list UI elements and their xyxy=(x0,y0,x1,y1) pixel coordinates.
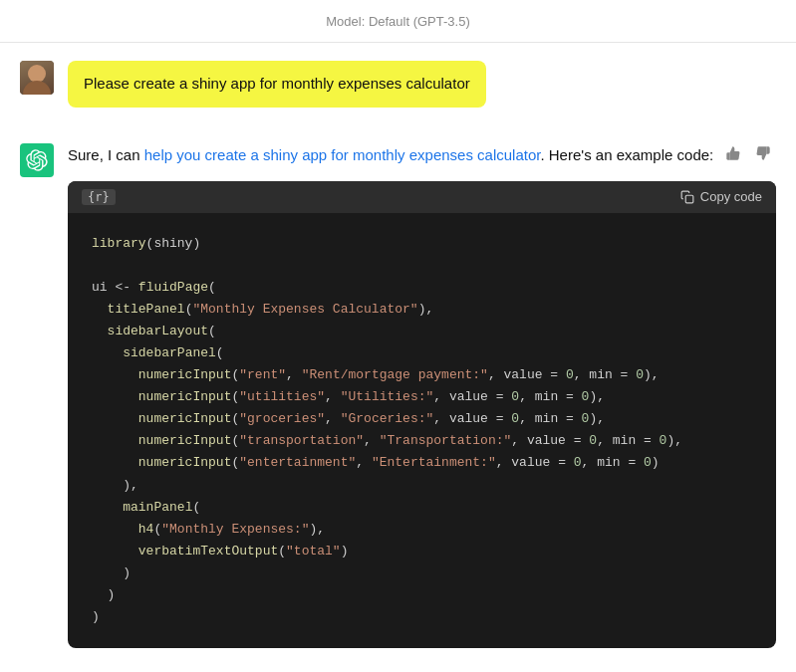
code-body: library(shiny) ui <- fluidPage( titlePan… xyxy=(68,213,776,649)
code-block: {r} Copy code library(shiny) ui <- fluid… xyxy=(68,181,776,649)
action-row: Sure, I can help you create a shiny app … xyxy=(68,143,776,181)
code-content: library(shiny) ui <- fluidPage( titlePan… xyxy=(92,233,752,629)
top-bar: Model: Default (GPT-3.5) xyxy=(0,0,796,43)
copy-code-label: Copy code xyxy=(700,189,762,204)
user-message-row: Please create a shiny app for monthly ex… xyxy=(20,43,776,125)
model-label: Model: Default (GPT-3.5) xyxy=(326,14,470,29)
assistant-content: Sure, I can help you create a shiny app … xyxy=(68,143,776,649)
copy-code-button[interactable]: Copy code xyxy=(680,189,762,204)
chat-container: Please create a shiny app for monthly ex… xyxy=(0,43,796,666)
copy-icon xyxy=(680,190,694,204)
user-message-text: Please create a shiny app for monthly ex… xyxy=(84,75,470,92)
thumbs-down-button[interactable] xyxy=(751,143,775,167)
openai-icon xyxy=(26,149,48,171)
intro-link: help you create a shiny app for monthly … xyxy=(144,146,541,163)
assistant-intro-text: Sure, I can help you create a shiny app … xyxy=(68,143,713,167)
svg-rect-0 xyxy=(685,195,693,203)
thumbs-container xyxy=(721,143,775,167)
intro-plain-after: . Here's an example code: xyxy=(540,146,713,163)
intro-plain-before: Sure, I can xyxy=(68,146,144,163)
assistant-avatar xyxy=(20,143,54,177)
code-lang-badge: {r} xyxy=(82,189,116,205)
user-avatar xyxy=(20,61,54,95)
thumbs-up-icon xyxy=(725,145,741,161)
code-header: {r} Copy code xyxy=(68,181,776,213)
user-bubble: Please create a shiny app for monthly ex… xyxy=(68,61,486,108)
assistant-message-row: Sure, I can help you create a shiny app … xyxy=(20,125,776,667)
thumbs-up-button[interactable] xyxy=(721,143,745,167)
thumbs-down-icon xyxy=(755,145,771,161)
